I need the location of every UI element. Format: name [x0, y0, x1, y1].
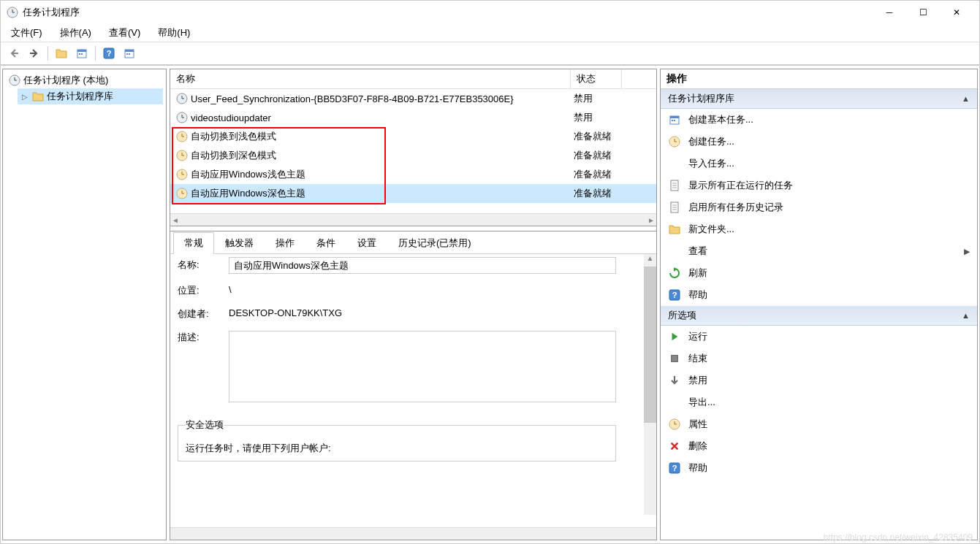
action-refresh[interactable]: 刷新 — [661, 262, 977, 284]
horizontal-scrollbar[interactable] — [170, 527, 656, 540]
action-delete[interactable]: 删除 — [661, 435, 977, 457]
action-label: 运行 — [688, 330, 707, 343]
name-label: 名称: — [178, 258, 229, 272]
actions-pane: 操作 任务计划程序库 ▲ 创建基本任务... 创建任务... 导入任务... 显… — [660, 69, 978, 540]
desc-textarea[interactable] — [229, 331, 616, 402]
help-icon — [669, 289, 680, 301]
tree-library[interactable]: ▷ 任务计划程序库 — [18, 88, 163, 104]
action-label: 帮助 — [688, 461, 707, 475]
tab-conditions[interactable]: 条件 — [305, 232, 346, 254]
action-label: 创建基本任务... — [688, 113, 753, 126]
action-run[interactable]: 运行 — [661, 326, 977, 348]
action-label: 刷新 — [688, 267, 707, 280]
action-help[interactable]: 帮助 — [661, 284, 977, 306]
collapse-icon[interactable]: ▲ — [962, 311, 970, 320]
action-create-basic[interactable]: 创建基本任务... — [661, 109, 977, 131]
actions-section-selected[interactable]: 所选项 ▲ — [661, 306, 977, 326]
help-button[interactable] — [100, 45, 118, 62]
properties-button[interactable] — [73, 45, 91, 62]
action-label: 结束 — [688, 352, 707, 365]
action-import-task[interactable]: 导入任务... — [661, 153, 977, 175]
title-bar: 任务计划程序 ─ ☐ ✕ — [1, 1, 979, 24]
section-title-label: 任务计划程序库 — [668, 92, 734, 105]
action-label: 显示所有正在运行的任务 — [688, 179, 793, 192]
column-name[interactable]: 名称 — [170, 69, 571, 88]
action-disable[interactable]: 禁用 — [661, 369, 977, 391]
tab-settings[interactable]: 设置 — [346, 232, 387, 254]
clock-orange-icon — [176, 169, 188, 180]
action-new-folder[interactable]: 新文件夹... — [661, 218, 977, 240]
section-title-label: 所选项 — [668, 309, 696, 322]
refresh-icon — [669, 267, 680, 279]
tab-triggers[interactable]: 触发器 — [214, 232, 265, 254]
toolbar-separator — [48, 46, 48, 61]
horizontal-scrollbar[interactable]: ◄► — [170, 213, 656, 226]
collapse-icon[interactable]: ▲ — [962, 94, 970, 103]
menu-operation[interactable]: 操作(A) — [56, 25, 96, 41]
clock-icon — [9, 74, 20, 86]
details-body: 名称: 位置: \ 创建者: DESKTOP-ONL79KK\TXG 描述: 安… — [170, 254, 656, 527]
maximize-button[interactable]: ☐ — [906, 1, 940, 24]
action-view[interactable]: 查看▶ — [661, 240, 977, 262]
folder-up-icon — [56, 47, 67, 59]
action-show-running[interactable]: 显示所有正在运行的任务 — [661, 175, 977, 196]
name-input[interactable] — [229, 257, 616, 274]
actions-section-library[interactable]: 任务计划程序库 ▲ — [661, 89, 977, 109]
creator-label: 创建者: — [178, 307, 229, 321]
toolbar-separator — [95, 46, 96, 61]
clock-orange-icon — [176, 131, 188, 142]
task-status: 准备就绪 — [574, 187, 625, 200]
action-label: 删除 — [688, 440, 707, 453]
action-label: 帮助 — [688, 288, 707, 302]
action-help[interactable]: 帮助 — [661, 457, 977, 479]
close-button[interactable]: ✕ — [940, 1, 973, 24]
task-row[interactable]: 自动切换到浅色模式 准备就绪 — [170, 127, 656, 146]
action-export[interactable]: 导出... — [661, 391, 977, 413]
security-section-title: 安全选项 — [186, 418, 224, 432]
vertical-scrollbar[interactable]: ▲ — [644, 254, 656, 515]
tab-history[interactable]: 历史记录(已禁用) — [387, 232, 482, 254]
task-row[interactable]: 自动切换到深色模式 准备就绪 — [170, 146, 656, 165]
action-label: 创建任务... — [688, 135, 734, 148]
action-properties[interactable]: 属性 — [661, 413, 977, 435]
task-list[interactable]: User_Feed_Synchronization-{BB5D3F07-F8F8… — [170, 89, 656, 213]
action-label: 属性 — [688, 418, 707, 431]
stop-icon — [669, 353, 680, 364]
menu-file[interactable]: 文件(F) — [7, 25, 47, 41]
tab-actions[interactable]: 操作 — [265, 232, 305, 254]
action-create-task[interactable]: 创建任务... — [661, 131, 977, 153]
clock-icon — [7, 7, 18, 18]
up-button[interactable] — [53, 45, 70, 62]
task-row[interactable]: User_Feed_Synchronization-{BB5D3F07-F8F8… — [170, 89, 656, 108]
task-row[interactable]: videostudioupdater 禁用 — [170, 108, 656, 127]
preview-button[interactable] — [121, 45, 138, 62]
location-label: 位置: — [178, 284, 229, 297]
action-enable-history[interactable]: 启用所有任务历史记录 — [661, 196, 977, 218]
menu-help[interactable]: 帮助(H) — [153, 25, 194, 41]
security-account-label: 运行任务时，请使用下列用户帐户: — [186, 442, 608, 455]
tree-expand-icon[interactable]: ▷ — [20, 93, 29, 101]
task-row[interactable]: 自动应用Windows浅色主题 准备就绪 — [170, 165, 656, 184]
action-end[interactable]: 结束 — [661, 348, 977, 369]
column-status[interactable]: 状态 — [571, 69, 622, 88]
back-button[interactable] — [5, 45, 23, 62]
task-status: 禁用 — [574, 92, 625, 105]
forward-button[interactable] — [26, 45, 43, 62]
task-name: 自动切换到深色模式 — [191, 149, 276, 162]
details-pane: 常规 触发器 操作 条件 设置 历史记录(已禁用) 名称: 位置: \ 创建者: — [170, 231, 656, 540]
toolbar — [1, 42, 979, 65]
tab-general[interactable]: 常规 — [173, 232, 214, 254]
clock-icon — [176, 93, 188, 104]
task-name: User_Feed_Synchronization-{BB5D3F07-F8F8… — [191, 93, 514, 104]
task-row[interactable]: 自动应用Windows深色主题 准备就绪 — [170, 184, 656, 203]
clock-icon — [176, 112, 188, 123]
task-status: 准备就绪 — [574, 130, 625, 143]
watermark: https://blog.csdn.net/weixin_42835409 — [824, 532, 973, 543]
minimize-button[interactable]: ─ — [873, 1, 906, 24]
creator-value: DESKTOP-ONL79KK\TXG — [229, 307, 342, 318]
menu-view[interactable]: 查看(V) — [105, 25, 145, 41]
tree-root[interactable]: 任务计划程序 (本地) — [6, 72, 163, 88]
actions-header: 操作 — [661, 69, 977, 89]
task-status: 禁用 — [574, 111, 625, 124]
task-name: 自动切换到浅色模式 — [191, 130, 276, 143]
